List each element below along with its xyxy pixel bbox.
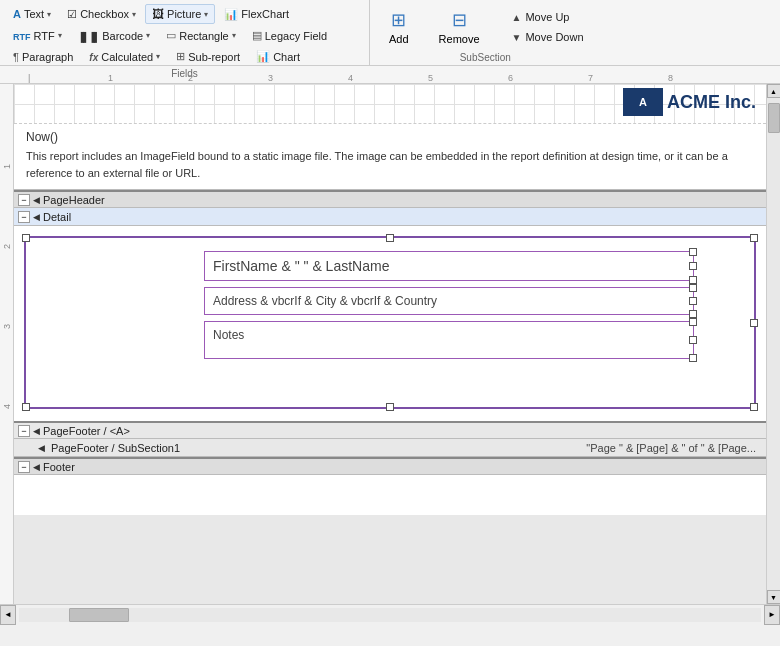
calculated-button[interactable]: Calculated ▾ (82, 48, 167, 66)
field-handle-rm (689, 262, 697, 270)
page-footer-bar: − ◀ PageFooter / <A> (14, 421, 766, 439)
page-header-collapse[interactable]: − (18, 194, 30, 206)
acme-text: ACME Inc. (667, 92, 756, 113)
legacy-field-button[interactable]: Legacy Field (245, 26, 334, 45)
rtf-icon (13, 30, 31, 42)
firstname-lastname-text: FirstName & " " & LastName (213, 258, 389, 274)
detail-triangle: ◀ (33, 212, 40, 222)
text-button[interactable]: Text ▾ (6, 5, 58, 23)
address-handle-br (689, 310, 697, 318)
paragraph-button[interactable]: Paragraph (6, 48, 80, 66)
page-footer-subsection-label: PageFooter / SubSection1 (51, 442, 180, 454)
description-text: This report includes an ImageField bound… (26, 150, 728, 179)
scroll-track[interactable] (767, 98, 781, 590)
calculated-icon (89, 51, 98, 63)
checkbox-icon (67, 8, 77, 21)
barcode-dropdown-arrow: ▾ (146, 31, 150, 40)
address-field[interactable]: Address & vbcrIf & City & vbcrIf & Count… (204, 287, 694, 315)
barcode-icon (78, 30, 100, 42)
flexchart-button[interactable]: FlexChart (217, 5, 296, 24)
footer-expression: "Page " & [Page] & " of " & [Page... (586, 442, 762, 454)
paragraph-icon (13, 51, 19, 63)
page-header-label: PageHeader (43, 194, 105, 206)
notes-field[interactable]: Notes (204, 321, 694, 359)
now-field: Now() (26, 130, 58, 144)
remove-icon (452, 9, 467, 31)
handle-bl (22, 403, 30, 411)
barcode-button[interactable]: Barcode ▾ (71, 27, 158, 45)
picture-icon (152, 7, 164, 21)
move-down-button[interactable]: Move Down (503, 28, 593, 46)
hscroll-left-btn[interactable]: ◄ (0, 605, 16, 625)
remove-button[interactable]: Remove (428, 4, 491, 50)
notes-text: Notes (213, 328, 244, 342)
handle-tl (22, 234, 30, 242)
move-down-icon (512, 31, 522, 43)
rectangle-button[interactable]: Rectangle ▾ (159, 26, 243, 45)
footer-triangle: ◀ (33, 462, 40, 472)
text-dropdown-arrow: ▾ (47, 10, 51, 19)
checkbox-dropdown-arrow: ▾ (132, 10, 136, 19)
footer-collapse[interactable]: − (18, 461, 30, 473)
chart-button[interactable]: Chart (249, 47, 307, 66)
main-area: 1 2 3 4 A ACME Inc. (0, 84, 780, 604)
scroll-down-btn[interactable]: ▼ (767, 590, 781, 604)
page-footer-label: PageFooter / <A> (43, 425, 130, 437)
page-header-triangle: ◀ (33, 195, 40, 205)
notes-handle-br (689, 354, 697, 362)
add-icon (391, 9, 406, 31)
calculated-dropdown-arrow: ▾ (156, 52, 160, 61)
footer-label: Footer (43, 461, 75, 473)
rectangle-dropdown-arrow: ▾ (232, 31, 236, 40)
address-handle-rm (689, 297, 697, 305)
scroll-thumb[interactable] (768, 103, 780, 133)
footer-bar: − ◀ Footer (14, 457, 766, 475)
notes-handle-rm (689, 336, 697, 344)
page-footer-triangle: ◀ (33, 426, 40, 436)
field-handle-tr (689, 248, 697, 256)
left-ruler: 1 2 3 4 (0, 84, 14, 604)
right-scrollbar: ▲ ▼ (766, 84, 780, 604)
add-button[interactable]: Add (378, 4, 420, 50)
flexchart-icon (224, 8, 238, 21)
rectangle-icon (166, 29, 176, 42)
address-handle-tr (689, 284, 697, 292)
move-up-button[interactable]: Move Up (503, 8, 593, 26)
hscroll-track[interactable] (19, 608, 761, 622)
rtf-dropdown-arrow: ▾ (58, 31, 62, 40)
detail-collapse[interactable]: − (18, 211, 30, 223)
page-footer-collapse[interactable]: − (18, 425, 30, 437)
toolbar: Text ▾ Checkbox ▾ Picture ▾ FlexChart (0, 0, 780, 66)
ruler: | 1 2 3 4 5 6 7 8 (0, 66, 780, 84)
handle-tm (386, 234, 394, 242)
firstname-lastname-field[interactable]: FirstName & " " & LastName (204, 251, 694, 281)
handle-br (750, 403, 758, 411)
hscroll-right-btn[interactable]: ► (764, 605, 780, 625)
handle-tr (750, 234, 758, 242)
page-header-bar: − ◀ PageHeader (14, 190, 766, 208)
chart-icon (256, 50, 270, 63)
detail-label: Detail (43, 211, 71, 223)
sub-report-button[interactable]: Sub-report (169, 47, 247, 66)
field-handle-br (689, 276, 697, 284)
notes-handle-tr (689, 318, 697, 326)
sub-report-icon (176, 50, 185, 63)
canvas-scroll[interactable]: A ACME Inc. Now() This report includes a… (14, 84, 766, 604)
picture-button[interactable]: Picture ▾ (145, 4, 215, 24)
detail-content[interactable]: FirstName & " " & LastName Address & vbc… (14, 226, 766, 421)
legacy-icon (252, 29, 262, 42)
description-area: This report includes an ImageField bound… (14, 144, 766, 189)
move-up-icon (512, 11, 522, 23)
footer-content (14, 475, 766, 515)
scroll-up-btn[interactable]: ▲ (767, 84, 781, 98)
rtf-button[interactable]: RTF ▾ (6, 27, 69, 45)
checkbox-button[interactable]: Checkbox ▾ (60, 5, 143, 24)
picture-dropdown-arrow: ▾ (204, 10, 208, 19)
hscroll-thumb[interactable] (69, 608, 129, 622)
handle-bm (386, 403, 394, 411)
page-header-content: A ACME Inc. Now() This report includes a… (14, 84, 766, 190)
canvas-container: A ACME Inc. Now() This report includes a… (14, 84, 766, 604)
bottom-scrollbar: ◄ ► (0, 604, 780, 624)
acme-logo: A ACME Inc. (623, 88, 756, 116)
subsection-group-label: SubSection (378, 52, 593, 63)
